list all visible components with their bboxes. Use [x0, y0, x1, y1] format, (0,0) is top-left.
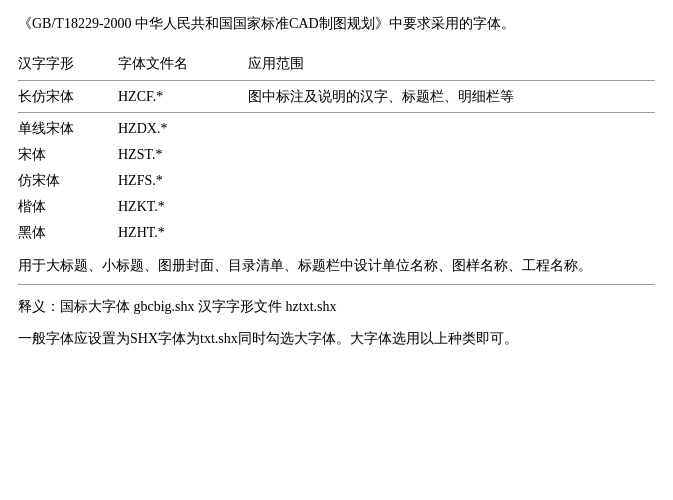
row-col2-2: HZST.*	[118, 143, 248, 167]
table-row: 仿宋体 HZFS.*	[18, 169, 655, 193]
row-col2-5: HZHT.*	[118, 221, 248, 245]
table-header: 汉字字形 字体文件名 应用范围	[18, 52, 655, 76]
row-col2-1: HZDX.*	[118, 117, 248, 141]
table-row: 长仿宋体 HZCF.* 图中标注及说明的汉字、标题栏、明细栏等	[18, 85, 655, 109]
row-col3-0: 图中标注及说明的汉字、标题栏、明细栏等	[248, 85, 655, 109]
explanation-text: 释义：国标大字体 gbcbig.shx 汉字字形文件 hztxt.shx	[18, 295, 655, 319]
row-col1-5: 黑体	[18, 221, 118, 245]
row-col2-3: HZFS.*	[118, 169, 248, 193]
table-row: 单线宋体 HZDX.*	[18, 117, 655, 141]
row-col1-2: 宋体	[18, 143, 118, 167]
table-row: 黑体 HZHT.*	[18, 221, 655, 245]
intro-text: 《GB/T18229-2000 中华人民共和国国家标准CAD制图规划》中要求采用…	[18, 12, 655, 36]
table-row: 宋体 HZST.*	[18, 143, 655, 167]
divider-top	[18, 80, 655, 81]
row-col1-3: 仿宋体	[18, 169, 118, 193]
divider-bottom	[18, 284, 655, 285]
header-col3: 应用范围	[248, 52, 655, 76]
header-col2: 字体文件名	[118, 52, 248, 76]
row-col1-4: 楷体	[18, 195, 118, 219]
row-col1-1: 单线宋体	[18, 117, 118, 141]
header-col1: 汉字字形	[18, 52, 118, 76]
section-note: 用于大标题、小标题、图册封面、目录清单、标题栏中设计单位名称、图样名称、工程名称…	[18, 254, 655, 278]
divider-row0	[18, 112, 655, 113]
row-col2-0: HZCF.*	[118, 85, 248, 109]
row-col2-4: HZKT.*	[118, 195, 248, 219]
table-row: 楷体 HZKT.*	[18, 195, 655, 219]
row-col1-0: 长仿宋体	[18, 85, 118, 109]
final-note: 一般字体应设置为SHX字体为txt.shx同时勾选大字体。大字体选用以上种类即可…	[18, 327, 655, 351]
